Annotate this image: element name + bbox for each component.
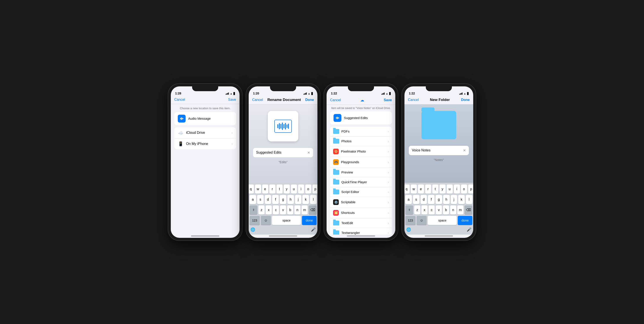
key-r[interactable]: r bbox=[269, 184, 276, 194]
key-shift[interactable]: ⇧ bbox=[250, 206, 258, 214]
folder-name-input-4[interactable] bbox=[412, 148, 463, 152]
key4-i[interactable]: i bbox=[454, 184, 460, 194]
key4-r[interactable]: r bbox=[425, 184, 431, 194]
key-d[interactable]: d bbox=[265, 195, 271, 204]
file-item-pixelmator[interactable]: 🎨 Pixelmator Photo › bbox=[330, 146, 392, 157]
key4-u[interactable]: u bbox=[447, 184, 453, 194]
chevron-pdfs: › bbox=[388, 130, 389, 133]
key-a[interactable]: a bbox=[250, 195, 256, 204]
mic-icon-4[interactable]: 🎤 bbox=[467, 227, 472, 232]
key-p[interactable]: p bbox=[312, 184, 318, 194]
clear-button-2[interactable]: ✕ bbox=[307, 150, 310, 155]
status-icons-3: ▲ ▊ bbox=[382, 92, 391, 95]
save-button-3[interactable]: Save bbox=[384, 98, 392, 102]
key4-a[interactable]: a bbox=[405, 195, 412, 204]
key-space[interactable]: space bbox=[272, 216, 301, 225]
keyboard-row-4-1: q w e r t y u i o p bbox=[405, 184, 472, 194]
clear-button-4[interactable]: ✕ bbox=[463, 148, 466, 152]
file-item-pdfs[interactable]: PDFs › bbox=[330, 127, 392, 136]
file-item-photos[interactable]: Photos › bbox=[330, 136, 392, 146]
file-item-scriptable[interactable]: ⚙️ Scriptable › bbox=[330, 197, 392, 208]
rename-input-2[interactable] bbox=[256, 150, 307, 154]
done-button-4[interactable]: Done bbox=[461, 98, 470, 102]
key4-s[interactable]: s bbox=[413, 195, 420, 204]
globe-icon-4[interactable]: 🌐 bbox=[406, 227, 411, 232]
key-u[interactable]: u bbox=[291, 184, 297, 194]
key-w[interactable]: w bbox=[255, 184, 261, 194]
key4-delete[interactable]: ⌫ bbox=[464, 206, 472, 214]
key4-f[interactable]: f bbox=[428, 195, 434, 204]
key4-g[interactable]: g bbox=[436, 195, 442, 204]
key-i[interactable]: i bbox=[298, 184, 304, 194]
key4-x[interactable]: x bbox=[422, 206, 428, 214]
file-name-pdfs: PDFs bbox=[341, 130, 386, 133]
key4-v[interactable]: v bbox=[436, 206, 442, 214]
key-emoji[interactable]: ☺ bbox=[261, 216, 271, 225]
key-done[interactable]: done bbox=[302, 216, 316, 225]
key4-b[interactable]: b bbox=[443, 206, 449, 214]
key-t[interactable]: t bbox=[276, 184, 282, 194]
save-button-1[interactable]: Save bbox=[228, 98, 236, 102]
key4-n[interactable]: n bbox=[450, 206, 456, 214]
cancel-button-1[interactable]: Cancel bbox=[174, 98, 185, 102]
key-o[interactable]: o bbox=[305, 184, 311, 194]
key4-q[interactable]: q bbox=[404, 184, 410, 194]
key-b[interactable]: b bbox=[287, 206, 293, 214]
key-s[interactable]: s bbox=[257, 195, 264, 204]
key4-w[interactable]: w bbox=[411, 184, 417, 194]
file-item-scripteditor[interactable]: Script Editor › bbox=[330, 187, 392, 197]
key-j[interactable]: j bbox=[295, 195, 302, 204]
key-h[interactable]: h bbox=[288, 195, 294, 204]
key4-done[interactable]: done bbox=[458, 216, 472, 225]
key4-j[interactable]: j bbox=[451, 195, 457, 204]
key-z[interactable]: z bbox=[258, 206, 264, 214]
key-x[interactable]: x bbox=[266, 206, 272, 214]
file-item-playgrounds[interactable]: 🎮 Playgrounds › bbox=[330, 157, 392, 168]
file-item-textwrangler[interactable]: Textwrangler › bbox=[330, 228, 392, 234]
key-v[interactable]: v bbox=[280, 206, 286, 214]
file-item-textedit[interactable]: TextEdit › bbox=[330, 218, 392, 228]
key4-t[interactable]: t bbox=[432, 184, 438, 194]
key-g[interactable]: g bbox=[280, 195, 286, 204]
key4-space[interactable]: space bbox=[428, 216, 457, 225]
key4-z[interactable]: z bbox=[414, 206, 420, 214]
key4-shift[interactable]: ⇧ bbox=[405, 206, 413, 214]
key-e[interactable]: e bbox=[262, 184, 268, 194]
key4-e[interactable]: e bbox=[418, 184, 424, 194]
key-delete[interactable]: ⌫ bbox=[309, 206, 316, 214]
file-item-preview[interactable]: Preview › bbox=[330, 168, 392, 177]
key-m[interactable]: m bbox=[302, 206, 308, 214]
key-l[interactable]: l bbox=[310, 195, 316, 204]
nav-bar-2: Cancel Rename Document Done bbox=[249, 96, 318, 104]
key4-c[interactable]: c bbox=[428, 206, 435, 214]
icloud-drive-item[interactable]: ☁️ iCloud Drive › bbox=[174, 127, 236, 138]
key-y[interactable]: y bbox=[284, 184, 290, 194]
key4-emoji[interactable]: ☺ bbox=[417, 216, 427, 225]
globe-icon-2[interactable]: 🌐 bbox=[250, 227, 255, 232]
key-c[interactable]: c bbox=[273, 206, 279, 214]
key4-m[interactable]: m bbox=[457, 206, 464, 214]
cancel-button-4[interactable]: Cancel bbox=[408, 98, 419, 102]
done-button-2[interactable]: Done bbox=[305, 98, 314, 102]
key-q[interactable]: q bbox=[249, 184, 254, 194]
file-item-shortcuts[interactable]: 🔀 Shortcuts › bbox=[330, 208, 392, 218]
key-k[interactable]: k bbox=[302, 195, 309, 204]
key4-k[interactable]: k bbox=[458, 195, 465, 204]
key4-d[interactable]: d bbox=[420, 195, 427, 204]
key4-num[interactable]: 123 bbox=[405, 216, 416, 225]
key4-h[interactable]: h bbox=[443, 195, 450, 204]
key4-l[interactable]: l bbox=[466, 195, 472, 204]
on-my-iphone-item[interactable]: 📱 On My iPhone › bbox=[174, 138, 236, 149]
key-num[interactable]: 123 bbox=[250, 216, 260, 225]
key4-p[interactable]: p bbox=[468, 184, 474, 194]
mic-icon-2[interactable]: 🎤 bbox=[311, 227, 316, 232]
cancel-button-3[interactable]: Cancel bbox=[330, 98, 341, 102]
file-item-quicktime[interactable]: QuickTime Player › bbox=[330, 177, 392, 187]
key-f[interactable]: f bbox=[272, 195, 279, 204]
cancel-button-2[interactable]: Cancel bbox=[252, 98, 263, 102]
key4-o[interactable]: o bbox=[461, 184, 467, 194]
folder-name-wrap-4: ✕ bbox=[409, 146, 469, 155]
phone-2: 1:20 ▲ ▊ Cancel Rename Document Done bbox=[246, 84, 320, 240]
key4-y[interactable]: y bbox=[440, 184, 446, 194]
key-n[interactable]: n bbox=[294, 206, 300, 214]
